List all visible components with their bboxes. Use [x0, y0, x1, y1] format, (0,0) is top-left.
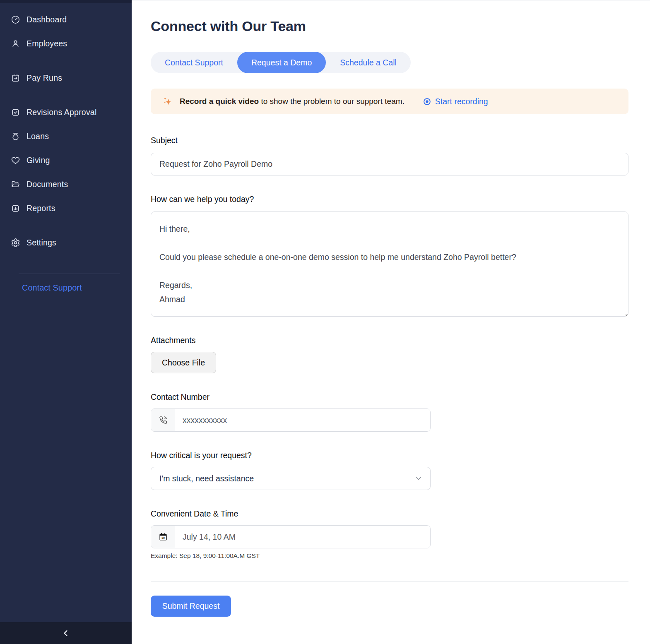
main-content: Connect with Our Team Contact Support Re… [132, 0, 650, 644]
sidebar-item-label: Employees [26, 39, 67, 48]
banner-rest-text: to show the problem to our support team. [259, 97, 404, 106]
svg-text:30: 30 [161, 536, 165, 539]
datetime-helper-text: Example: Sep 18, 9:00-11:00A.M GST [151, 552, 628, 560]
datetime-group: 30 [151, 525, 431, 548]
sidebar-item-label: Dashboard [26, 15, 67, 24]
sidebar-item-label: Documents [26, 180, 68, 189]
datetime-input[interactable] [175, 526, 430, 548]
sidebar-top-strip [0, 0, 132, 3]
tab-request-a-demo[interactable]: Request a Demo [237, 52, 326, 73]
employees-icon [10, 38, 20, 48]
tab-contact-support[interactable]: Contact Support [151, 52, 237, 73]
contact-number-group [151, 409, 431, 432]
contact-number-label: Contact Number [151, 392, 628, 402]
attachments-label: Attachments [151, 336, 628, 345]
sidebar-item-employees[interactable]: Employees [10, 36, 132, 51]
sidebar-divider [19, 274, 120, 274]
tab-bar: Contact Support Request a Demo Schedule … [151, 52, 411, 73]
sidebar-item-revisions-approval[interactable]: Revisions Approval [10, 105, 132, 120]
form-divider [151, 581, 628, 582]
collapse-sidebar-button[interactable] [59, 627, 72, 640]
sidebar-item-label: Loans [26, 132, 49, 141]
page-title: Connect with Our Team [151, 18, 628, 34]
settings-icon [10, 238, 20, 248]
criticality-select[interactable]: I'm stuck, need assistance [151, 467, 431, 490]
tab-schedule-a-call[interactable]: Schedule a Call [326, 52, 411, 73]
submit-request-button[interactable]: Submit Request [151, 596, 231, 617]
sidebar-item-label: Giving [26, 156, 50, 165]
start-recording-button[interactable]: Start recording [423, 97, 488, 106]
sidebar-item-pay-runs[interactable]: Pay Runs [10, 70, 132, 85]
message-label: How can we help you today? [151, 195, 628, 204]
criticality-selected-value: I'm stuck, need assistance [159, 474, 254, 483]
phone-icon [151, 409, 175, 431]
giving-icon [10, 155, 20, 165]
choose-file-button[interactable]: Choose File [151, 352, 216, 373]
sidebar-nav: Dashboard Employees Pay Runs Revisions A… [0, 3, 132, 293]
record-video-banner: Record a quick video to show the problem… [151, 89, 628, 114]
banner-text: Record a quick video to show the problem… [180, 97, 404, 106]
loans-icon [10, 131, 20, 141]
chevron-left-icon [61, 628, 71, 638]
datetime-label: Convenient Date & Time [151, 509, 628, 519]
message-textarea[interactable]: Hi there, Could you please schedule a on… [151, 211, 628, 317]
sidebar: Dashboard Employees Pay Runs Revisions A… [0, 0, 132, 644]
sparkles-icon [162, 96, 173, 107]
sidebar-collapse-bar [0, 622, 132, 644]
chevron-down-icon [414, 474, 423, 483]
sidebar-item-documents[interactable]: Documents [10, 177, 132, 192]
sidebar-item-dashboard[interactable]: Dashboard [10, 12, 132, 27]
reports-icon [10, 203, 20, 213]
sidebar-item-label: Pay Runs [26, 73, 62, 83]
banner-bold-text: Record a quick video [180, 97, 259, 106]
criticality-label: How critical is your request? [151, 451, 628, 460]
contact-number-input[interactable] [175, 409, 430, 431]
sidebar-item-settings[interactable]: Settings [10, 235, 132, 250]
sidebar-item-giving[interactable]: Giving [10, 153, 132, 168]
documents-icon [10, 179, 20, 189]
record-icon [423, 97, 431, 106]
sidebar-item-loans[interactable]: Loans [10, 129, 132, 144]
subject-label: Subject [151, 136, 628, 145]
dashboard-icon [10, 14, 20, 24]
sidebar-contact-support-link[interactable]: Contact Support [22, 283, 132, 293]
start-recording-label: Start recording [435, 97, 488, 106]
pay-runs-icon [10, 73, 20, 83]
subject-input[interactable] [151, 153, 628, 175]
sidebar-item-reports[interactable]: Reports [10, 201, 132, 216]
sidebar-item-label: Reports [26, 204, 55, 213]
calendar-icon: 30 [151, 526, 175, 548]
sidebar-item-label: Revisions Approval [26, 108, 96, 117]
sidebar-item-label: Settings [26, 238, 56, 248]
revisions-approval-icon [10, 107, 20, 117]
